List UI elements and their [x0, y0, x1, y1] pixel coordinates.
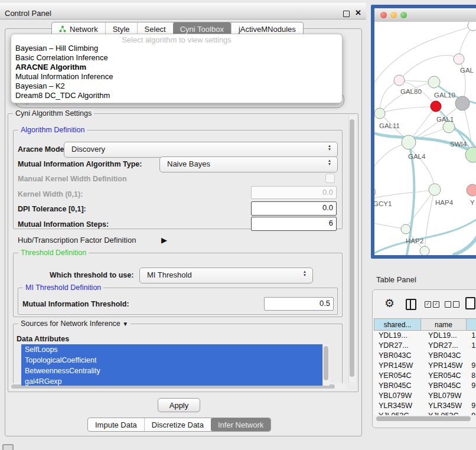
new-table-icon[interactable] — [465, 297, 475, 309]
node-label: HAP2 — [406, 237, 423, 244]
column-header-name[interactable]: name — [421, 318, 467, 331]
screen: Control Panel ✕ Network Style Select Cyn… — [0, 0, 476, 450]
column-header-shared-name[interactable]: shared... — [374, 318, 421, 331]
mi-threshold-input[interactable]: 0.5 — [264, 297, 334, 311]
zoom-traffic-icon[interactable] — [400, 12, 407, 18]
node-label: GAL10 — [434, 92, 455, 99]
data-attributes-list: SelfLoops TopologicalCoefficient Between… — [21, 344, 322, 386]
mi-threshold-label: Mutual Information Threshold: — [22, 300, 129, 308]
apply-button[interactable]: Apply — [158, 398, 200, 412]
dropdown-item[interactable]: Bayesian – K2 — [11, 81, 342, 91]
node-label: HAP4 — [435, 199, 454, 206]
table-row[interactable]: YDL19...YDL19...13 — [374, 331, 476, 341]
aracne-mode-label: Aracne Mode: — [18, 145, 67, 154]
table-panel-header: Table Panel — [366, 259, 476, 288]
attribute-item[interactable]: gal4RGexp — [21, 376, 322, 386]
table-toolbar: ⚙ ✓✓ — [373, 290, 476, 317]
expand-down-icon[interactable]: ▼ — [122, 321, 128, 327]
node-label: GAL11 — [379, 122, 400, 129]
attribute-item[interactable]: BetweennessCentrality — [21, 366, 322, 376]
hub-section-label: Hub/Transcription Factor Definition — [18, 236, 136, 244]
table-row[interactable]: YBR045CYBR045C9. — [374, 381, 476, 391]
node-label: GAL — [460, 67, 474, 74]
stepper-icon: ▲▼ — [302, 270, 307, 277]
attributes-scrollbar[interactable] — [322, 344, 330, 386]
mi-type-label: Mutual Information Algorithm Type: — [18, 160, 142, 168]
aracne-mode-combobox[interactable]: Discovery ▲▼ — [64, 142, 338, 158]
mi-steps-label: Mutual Information Steps: — [18, 220, 109, 229]
dropdown-placeholder: Select algorithm to view settings — [11, 35, 342, 44]
control-panel-title: Control Panel — [5, 9, 51, 18]
node-label: GAL4 — [408, 153, 426, 160]
dropdown-item-selected[interactable]: ARACNE Algorithm — [11, 63, 342, 72]
network-canvas[interactable]: GAL GAL80 GAL10 GAL1 GAL11 GAL4 SWI4 GCY… — [374, 22, 476, 255]
dpi-tolerance-input[interactable]: 0.0 — [251, 201, 337, 216]
sources-title: Sources for Network Inference ▼ — [18, 319, 131, 328]
node-label: Y — [470, 199, 475, 206]
tab-network-label: Network — [70, 25, 98, 34]
float-window-icon[interactable] — [343, 11, 350, 17]
table-row[interactable]: YLR345WYLR345W9. — [374, 401, 476, 411]
table-body: YDL19...YDL19...13 YDR27...YDR27...12 YB… — [374, 331, 476, 415]
gear-icon[interactable]: ⚙ — [384, 296, 395, 310]
dropdown-item[interactable]: Bayesian – Hill Climbing — [11, 44, 342, 53]
table-row[interactable]: YJL053CYJL053C9 — [374, 411, 476, 415]
kernel-width-label: Kernel Width (0,1): — [18, 190, 83, 198]
node-label: SWI4 — [450, 141, 467, 148]
kernel-width-input[interactable]: 0.0 — [251, 186, 337, 199]
dpi-tolerance-label: DPI Tolerance [0,1]: — [18, 205, 86, 213]
threshold-definition-title: Threshold Definition — [18, 249, 89, 257]
attribute-item[interactable]: TopologicalCoefficient — [21, 355, 322, 366]
node-label: GAL80 — [400, 88, 422, 95]
settings-group-title: Cyni Algorithm Settings — [13, 109, 94, 118]
manual-kernel-label: Manual Kernel Width Definition — [18, 175, 127, 183]
bottom-tabbar: Impute Data Discretize Data Infer Networ… — [87, 418, 271, 432]
table-row[interactable]: YDR27...YDR27...12 — [374, 341, 476, 351]
close-icon[interactable]: ✕ — [355, 8, 361, 17]
table-row[interactable]: YBR043CYBR043C — [374, 351, 476, 361]
algorithm-dropdown-list: Select algorithm to view settings Bayesi… — [11, 34, 343, 103]
algorithm-definition-title: Algorithm Definition — [18, 126, 87, 134]
table-row[interactable]: YER054CYER054C8. — [374, 371, 476, 381]
attribute-item[interactable]: SelfLoops — [21, 344, 322, 355]
mi-type-combobox[interactable]: Naive Bayes ▲▼ — [159, 156, 338, 172]
stepper-icon: ▲▼ — [327, 159, 332, 166]
stepper-icon: ▲▼ — [327, 144, 332, 151]
split-columns-icon[interactable] — [406, 299, 416, 310]
close-traffic-icon[interactable] — [380, 12, 387, 18]
tab-discretize-data[interactable]: Discretize Data — [144, 418, 211, 431]
select-all-columns-icon[interactable]: ✓✓ — [425, 301, 439, 308]
table-row[interactable]: YBL079WYBL079W — [374, 391, 476, 401]
docked-panel-icon[interactable] — [2, 444, 14, 450]
deselect-all-columns-icon[interactable] — [445, 301, 459, 308]
control-panel-titlebar: Control Panel ✕ — [0, 3, 366, 19]
node-label: GAL1 — [436, 116, 454, 123]
dropdown-item[interactable]: Mutual Information Inference — [11, 72, 342, 81]
network-view-window[interactable]: GAL GAL80 GAL10 GAL1 GAL11 GAL4 SWI4 GCY… — [371, 5, 476, 259]
mi-steps-input[interactable]: 6 — [251, 217, 337, 231]
which-threshold-combobox[interactable]: MI Threshold ▲▼ — [139, 268, 313, 283]
column-header-partial[interactable] — [467, 318, 476, 331]
manual-kernel-checkbox[interactable] — [325, 174, 335, 183]
minimize-traffic-icon[interactable] — [390, 12, 397, 18]
tab-impute-data[interactable]: Impute Data — [88, 418, 144, 431]
mi-threshold-title: MI Threshold Definition — [23, 283, 103, 292]
table-panel: ⚙ ✓✓ shared... name YDL19...YDL19...13 Y… — [372, 289, 476, 428]
network-window-titlebar[interactable] — [374, 8, 476, 22]
data-attributes-label: Data Attributes — [17, 335, 69, 343]
expand-right-icon[interactable]: ▶ — [161, 236, 167, 244]
network-icon — [59, 25, 66, 32]
dropdown-item[interactable]: Dream8 DC_TDC Algorithm — [11, 91, 342, 100]
table-row[interactable]: YPR145WYPR145W9. — [374, 361, 476, 371]
node-label: GCY1 — [374, 200, 392, 207]
table-horizontal-scrollbar[interactable] — [375, 416, 476, 422]
network-graph: GAL GAL80 GAL10 GAL1 GAL11 GAL4 SWI4 GCY… — [374, 22, 476, 255]
dropdown-item[interactable]: Basic Correlation Inference — [11, 53, 342, 63]
table-panel-title: Table Panel — [376, 275, 416, 284]
settings-vertical-scrollbar[interactable] — [348, 116, 356, 383]
table-header-row: shared... name — [374, 318, 476, 331]
which-threshold-label: Which threshold to use: — [50, 271, 133, 279]
tab-infer-network[interactable]: Infer Network — [211, 418, 270, 431]
